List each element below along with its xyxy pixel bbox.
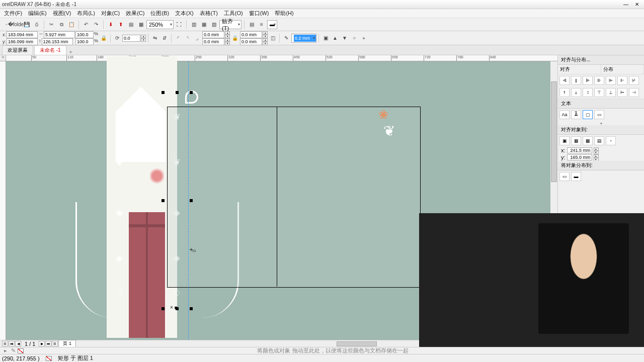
corner-round-icon[interactable]: ◜ [174,34,183,43]
close-button[interactable]: ✕ [632,2,642,8]
save-icon[interactable]: 💾 [22,20,31,29]
page-prev-icon[interactable]: ◀ [15,341,21,346]
page-last-icon[interactable]: ⏭ [45,341,51,346]
rotation-input[interactable] [122,35,140,42]
nocolor-swatch[interactable] [18,348,24,353]
alignto-y-input[interactable] [567,154,592,160]
align-top-icon[interactable]: ⫯ [559,88,570,97]
ruler-vertical[interactable] [0,61,6,340]
menu-help[interactable]: 帮助(H) [272,9,296,18]
menu-edit[interactable]: 编辑(E) [25,9,50,18]
page-add2-icon[interactable]: ⊞ [52,341,58,346]
menu-window[interactable]: 窗口(W) [246,9,272,18]
dist-space-h-icon[interactable]: ⊩ [617,76,627,85]
tab-welcome[interactable]: 欢迎屏幕 [2,45,33,55]
corner-scallop-icon[interactable]: ◝ [183,34,192,43]
undo-icon[interactable]: ↶ [82,20,91,29]
wrap-text-icon[interactable]: ▣ [321,34,330,43]
fullscreen-icon[interactable]: ⛶ [175,20,184,29]
distto-page-icon[interactable]: ▬ [571,172,581,181]
outline-width-combo[interactable] [291,34,316,43]
rulers-icon[interactable]: ▥ [189,20,198,29]
text-outline-icon[interactable]: ▭ [594,110,604,119]
cut-icon[interactable]: ✂ [47,20,56,29]
publish-icon[interactable]: ▤ [126,20,135,29]
mirror-v-icon[interactable]: ⇵ [160,34,169,43]
height-input[interactable] [42,38,73,45]
copy-icon[interactable]: ⧉ [57,20,66,29]
guides-icon[interactable]: ▧ [209,20,218,29]
scale-y-input[interactable] [75,38,94,45]
lock-ratio-icon[interactable]: 🔒 [99,34,108,43]
dist-center-v-icon[interactable]: ⊥ [606,88,616,97]
dist-space-v-icon[interactable]: ⊢ [617,88,627,97]
corner-lock-icon[interactable]: 🔒 [230,34,239,43]
page-tab[interactable]: 页 1 [58,340,76,347]
dist-bottom-icon[interactable]: ⊣ [629,88,639,97]
to-back-icon[interactable]: ▼ [340,34,349,43]
menu-object[interactable]: 对象(C) [98,9,123,18]
text-box-icon[interactable]: ▢ [583,110,593,119]
align-center-h-icon[interactable]: ⫿ [571,76,581,85]
app-combo[interactable]: ▬ [267,20,277,29]
alignto-active-icon[interactable]: ▣ [559,136,570,145]
paste-icon[interactable]: 📋 [67,20,76,29]
pos-y-input[interactable] [7,38,38,45]
dist-left-icon[interactable]: ⊪ [594,76,604,85]
tab-document[interactable]: 未命名 -1 [34,45,66,55]
align-center-v-icon[interactable]: ⫰ [571,88,581,97]
minimize-button[interactable]: — [621,2,631,8]
align-tab[interactable]: 对齐 [558,65,601,74]
launch-icon[interactable]: ≡ [257,20,266,29]
import-icon[interactable]: ⬇ [106,20,115,29]
menu-table[interactable]: 表格(T) [197,9,221,18]
dist-right-icon[interactable]: ⊬ [629,76,639,85]
mirror-h-icon[interactable]: ⇋ [150,34,159,43]
menu-bitmap[interactable]: 位图(B) [147,9,172,18]
align-right-icon[interactable]: ⫸ [583,76,593,85]
distto-selection-icon[interactable]: ▭ [559,172,570,181]
status-fill-swatch[interactable] [46,356,52,361]
menu-text[interactable]: 文本(X) [172,9,197,18]
alignto-x-input[interactable] [567,147,592,153]
open-icon[interactable]: �folder [12,20,21,29]
alignto-page-edge-icon[interactable]: ▦ [571,136,581,145]
grid-icon[interactable]: ▦ [199,20,208,29]
width-input[interactable] [44,31,75,38]
menu-layout[interactable]: 布局(L) [74,9,98,18]
corner-br-input[interactable] [240,38,262,45]
corner-tr-input[interactable] [240,31,262,38]
corner-chamfer-icon[interactable]: ◞ [193,34,202,43]
dist-center-h-icon[interactable]: ⊫ [606,76,616,85]
add-icon[interactable]: ＋ [359,34,368,43]
text-top-icon[interactable]: A̅ [571,110,581,119]
ruler-origin[interactable]: ⊹ [0,55,6,61]
pos-x-input[interactable] [7,31,38,38]
menu-view[interactable]: 视图(V) [50,9,74,18]
scale-x-input[interactable] [75,31,94,38]
convert-curves-icon[interactable]: ○ [350,34,359,43]
corner-bl-input[interactable] [202,38,224,45]
snap-combo[interactable]: 贴齐(T) [219,20,242,29]
page-next-icon[interactable]: ▶ [39,341,45,346]
pdf-icon[interactable]: ▦ [136,20,145,29]
ruler-horizontal[interactable]: 50 110 180 190 200 250 320 390 450 520 5… [6,55,557,61]
export-icon[interactable]: ⬆ [116,20,125,29]
align-bottom-icon[interactable]: ⫱ [583,88,593,97]
menu-tools[interactable]: 工具(O) [221,9,246,18]
align-left-icon[interactable]: ⫷ [559,76,570,85]
zoom-combo[interactable]: 250% [146,20,174,29]
options-icon[interactable]: ▤ [247,20,256,29]
menu-file[interactable]: 文件(F) [1,9,25,18]
collapse-icon[interactable]: ▴ [558,121,644,125]
alignto-page-center-icon[interactable]: ▩ [583,136,593,145]
page-first-icon[interactable]: ⏮ [9,341,15,346]
corner-tl-input[interactable] [202,31,224,38]
distribute-tab[interactable]: 分布 [601,65,645,74]
page-add-icon[interactable]: ⊞ [2,341,8,346]
dist-top-icon[interactable]: ⊤ [594,88,604,97]
relative-corner-icon[interactable]: ◫ [268,34,277,43]
redo-icon[interactable]: ↷ [92,20,101,29]
to-front-icon[interactable]: ▲ [331,34,340,43]
print-icon[interactable]: ⎙ [32,20,41,29]
